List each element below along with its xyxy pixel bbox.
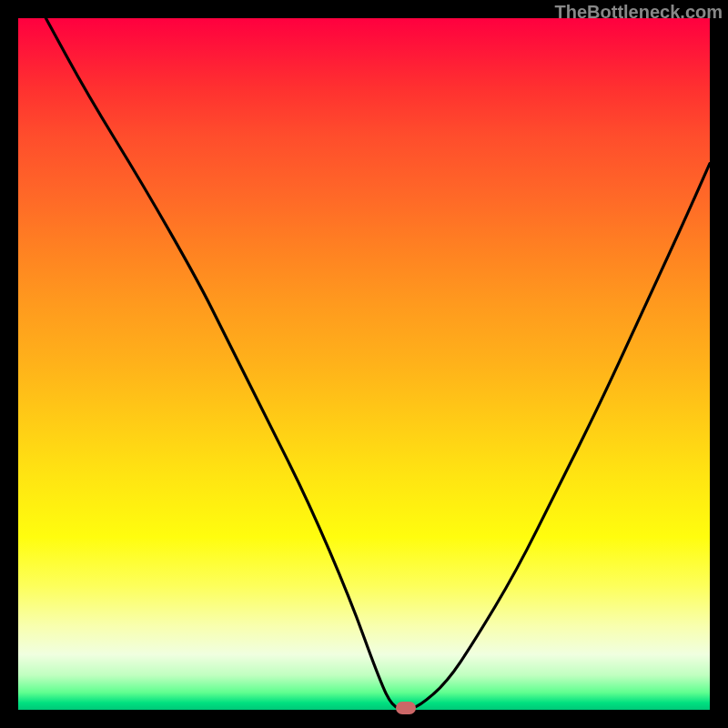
bottleneck-curve [18, 18, 710, 710]
optimal-marker [396, 702, 416, 714]
plot-area [18, 18, 710, 710]
attribution-label: TheBottleneck.com [555, 2, 723, 23]
chart-container: TheBottleneck.com [0, 0, 728, 728]
